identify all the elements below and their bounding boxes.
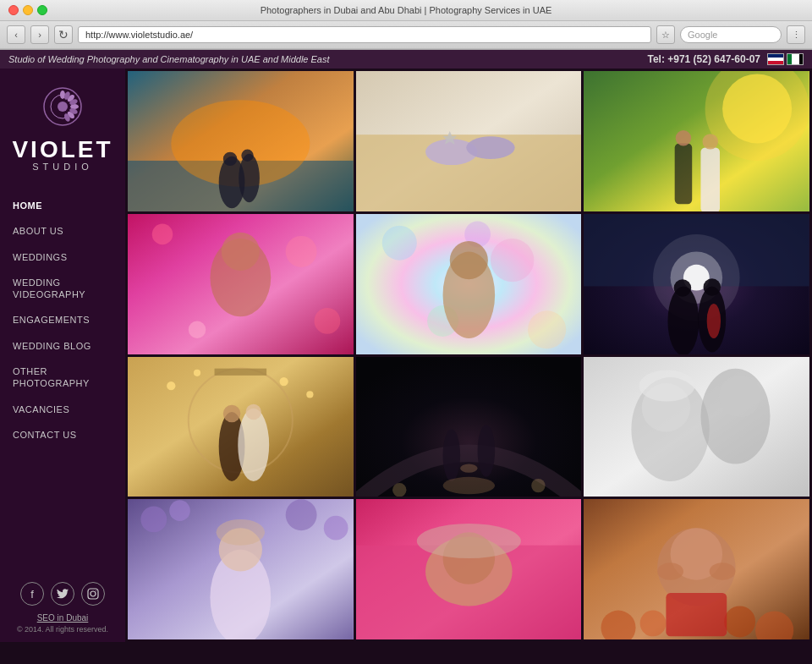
nav-home[interactable]: HOME [0, 193, 125, 218]
svg-point-63 [223, 404, 241, 422]
svg-point-102 [658, 562, 684, 580]
svg-point-66 [194, 369, 200, 376]
svg-point-101 [671, 528, 723, 580]
main-layout: VIOLET STUDIO HOME ABOUT US WEDDINGS WED… [0, 69, 812, 642]
svg-rect-40 [356, 214, 582, 354]
ae-flag[interactable] [787, 53, 804, 65]
svg-point-96 [601, 611, 636, 639]
logo-icon [41, 85, 84, 128]
svg-point-74 [392, 483, 406, 497]
svg-rect-26 [584, 71, 809, 211]
photo-2[interactable] [356, 71, 582, 211]
nav-other-photography[interactable]: OTHERPHOTOGRAPHY [0, 359, 125, 397]
svg-rect-14 [128, 71, 354, 211]
instagram-icon[interactable] [81, 582, 105, 606]
nav-vacancies[interactable]: VACANCIES [0, 397, 125, 422]
svg-point-99 [755, 612, 793, 639]
minimize-button[interactable] [23, 5, 33, 15]
svg-point-23 [425, 139, 478, 165]
svg-rect-48 [584, 214, 809, 354]
settings-button[interactable]: ⋮ [787, 25, 805, 44]
svg-point-70 [442, 429, 460, 481]
svg-point-80 [719, 375, 760, 416]
photo-12[interactable] [584, 499, 809, 639]
svg-point-35 [286, 236, 317, 267]
nav-engagements[interactable]: ENGAGEMENTS [0, 307, 125, 332]
maximize-button[interactable] [37, 5, 47, 15]
svg-point-17 [219, 156, 245, 209]
photo-7[interactable] [128, 357, 354, 497]
browser-toolbar: ‹ › ↻ http://www.violetstudio.ae/ ☆ Goog… [0, 21, 812, 49]
logo-area: VIOLET STUDIO [3, 69, 121, 184]
address-bar[interactable]: http://www.violetstudio.ae/ [78, 26, 651, 43]
photo-5[interactable] [356, 214, 582, 354]
svg-rect-11 [88, 589, 98, 599]
nav-about[interactable]: ABOUT US [0, 218, 125, 244]
photo-3[interactable] [584, 71, 809, 211]
svg-rect-76 [584, 357, 809, 497]
copyright: © 2014. All rights reserved. [17, 625, 108, 634]
photo-8[interactable] [356, 357, 582, 497]
svg-point-37 [315, 308, 341, 334]
nav-wedding-videography[interactable]: WEDDINGVIDEOGRAPHY [0, 270, 125, 308]
svg-rect-58 [128, 357, 354, 497]
svg-point-55 [674, 279, 692, 297]
back-button[interactable]: ‹ [7, 25, 25, 44]
search-bar[interactable]: Google [680, 26, 782, 43]
svg-point-75 [531, 478, 545, 491]
photo-1[interactable] [128, 71, 354, 211]
photo-10[interactable] [128, 499, 354, 639]
forward-button[interactable]: › [30, 25, 49, 44]
site-tagline: Studio of Wedding Photography and Cinema… [8, 54, 330, 64]
facebook-icon[interactable]: f [20, 582, 44, 606]
svg-rect-82 [128, 499, 354, 639]
bookmark-button[interactable]: ☆ [656, 25, 675, 44]
svg-point-56 [704, 278, 721, 296]
photo-11[interactable] [356, 499, 582, 639]
svg-point-100 [658, 528, 736, 606]
navigation-menu: HOME ABOUT US WEDDINGS WEDDINGVIDEOGRAPH… [0, 184, 125, 573]
svg-point-64 [245, 403, 261, 419]
svg-point-18 [239, 154, 260, 202]
nav-contact[interactable]: CONTACT US [0, 422, 125, 447]
reload-button[interactable]: ↻ [54, 25, 73, 44]
svg-point-94 [416, 524, 520, 558]
svg-marker-25 [442, 131, 456, 145]
svg-point-36 [189, 321, 206, 338]
social-icons: f [20, 573, 105, 610]
svg-point-81 [639, 370, 695, 401]
photo-grid [125, 69, 812, 642]
close-button[interactable] [8, 5, 19, 15]
nav-wedding-blog[interactable]: WEDDING BLOG [0, 333, 125, 359]
window-controls [8, 5, 47, 15]
svg-rect-95 [584, 499, 809, 639]
svg-point-84 [169, 501, 190, 522]
svg-point-31 [676, 130, 691, 145]
svg-rect-21 [356, 71, 582, 211]
phone-number: Tel: +971 (52) 647-60-07 [647, 53, 760, 65]
twitter-icon[interactable] [51, 582, 74, 606]
nav-weddings[interactable]: WEDDINGS [0, 244, 125, 270]
svg-point-61 [219, 411, 245, 480]
svg-point-59 [189, 368, 293, 472]
svg-point-93 [442, 533, 495, 585]
svg-point-2 [58, 102, 68, 112]
svg-point-41 [381, 225, 416, 260]
svg-point-13 [96, 590, 96, 591]
svg-point-67 [279, 376, 288, 385]
svg-point-73 [460, 464, 478, 472]
photo-6[interactable] [584, 214, 809, 354]
language-flags [767, 53, 804, 65]
photo-4[interactable] [128, 214, 354, 354]
seo-link[interactable]: SEO in Dubai [37, 613, 89, 623]
svg-rect-104 [667, 593, 727, 636]
svg-point-32 [703, 134, 718, 149]
svg-point-46 [442, 251, 495, 338]
svg-point-79 [701, 368, 771, 464]
uk-flag[interactable] [767, 53, 784, 65]
photo-9[interactable] [584, 357, 809, 497]
svg-point-24 [466, 136, 514, 159]
svg-point-103 [710, 562, 736, 580]
svg-point-72 [442, 476, 495, 494]
header-right: Tel: +971 (52) 647-60-07 [647, 53, 804, 65]
